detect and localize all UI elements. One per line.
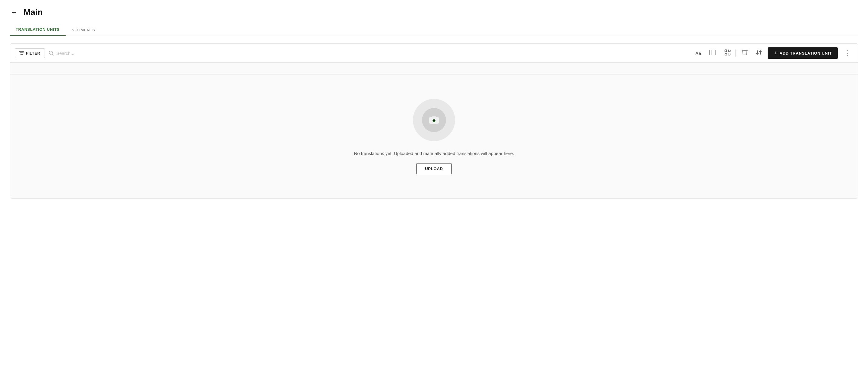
svg-rect-11 bbox=[715, 50, 716, 55]
svg-rect-5 bbox=[710, 50, 710, 55]
filter-icon bbox=[19, 51, 24, 56]
selection-button[interactable] bbox=[723, 48, 732, 58]
svg-rect-12 bbox=[725, 50, 727, 52]
svg-rect-10 bbox=[715, 50, 715, 55]
sort-icon bbox=[756, 50, 762, 57]
empty-icon-inner bbox=[422, 108, 446, 132]
upload-button[interactable]: UPLOAD bbox=[416, 163, 452, 174]
delete-icon bbox=[742, 49, 748, 57]
filter-label: FILTER bbox=[26, 51, 40, 56]
tabs-bar: TRANSLATION UNITS SEGMENTS bbox=[10, 24, 858, 36]
back-button[interactable]: ← bbox=[10, 7, 19, 18]
svg-rect-13 bbox=[728, 50, 730, 52]
filter-button[interactable]: FILTER bbox=[15, 48, 45, 58]
back-arrow-icon: ← bbox=[11, 8, 18, 16]
svg-line-4 bbox=[52, 54, 53, 55]
page-title: Main bbox=[24, 7, 43, 17]
add-translation-unit-label: ADD TRANSLATION UNIT bbox=[779, 51, 832, 56]
font-case-button[interactable]: Aa bbox=[694, 50, 702, 57]
barcode-button[interactable] bbox=[708, 49, 717, 58]
tab-translation-units[interactable]: TRANSLATION UNITS bbox=[10, 24, 66, 36]
svg-rect-6 bbox=[711, 50, 711, 55]
barcode-icon bbox=[710, 50, 716, 57]
search-wrapper bbox=[49, 50, 368, 56]
tab-segments[interactable]: SEGMENTS bbox=[66, 24, 101, 36]
search-input[interactable] bbox=[56, 51, 368, 56]
empty-icon-outer bbox=[413, 99, 455, 141]
search-icon bbox=[49, 50, 54, 56]
svg-rect-7 bbox=[712, 50, 712, 55]
plus-icon: + bbox=[774, 50, 777, 56]
sort-button[interactable] bbox=[754, 48, 764, 58]
content-panel: FILTER Aa bbox=[10, 44, 858, 199]
selection-icon bbox=[724, 50, 731, 57]
more-options-button[interactable]: ⋮ bbox=[841, 48, 853, 58]
empty-state-message: No translations yet. Uploaded and manual… bbox=[354, 151, 514, 156]
add-translation-unit-button[interactable]: + ADD TRANSLATION UNIT bbox=[768, 47, 838, 59]
svg-rect-17 bbox=[432, 116, 436, 118]
svg-rect-15 bbox=[728, 53, 730, 55]
column-header-row bbox=[10, 63, 858, 75]
svg-point-21 bbox=[434, 120, 435, 120]
svg-rect-8 bbox=[713, 50, 713, 55]
eye-icon bbox=[428, 114, 440, 126]
page-header: ← Main bbox=[10, 7, 858, 18]
toolbar-icons: Aa bbox=[694, 48, 732, 58]
empty-state: No translations yet. Uploaded and manual… bbox=[10, 75, 858, 198]
font-case-icon: Aa bbox=[695, 51, 701, 56]
delete-button[interactable] bbox=[739, 48, 750, 59]
toolbar: FILTER Aa bbox=[10, 44, 858, 63]
more-icon: ⋮ bbox=[844, 49, 851, 57]
svg-rect-14 bbox=[725, 53, 727, 55]
svg-rect-9 bbox=[714, 50, 714, 55]
